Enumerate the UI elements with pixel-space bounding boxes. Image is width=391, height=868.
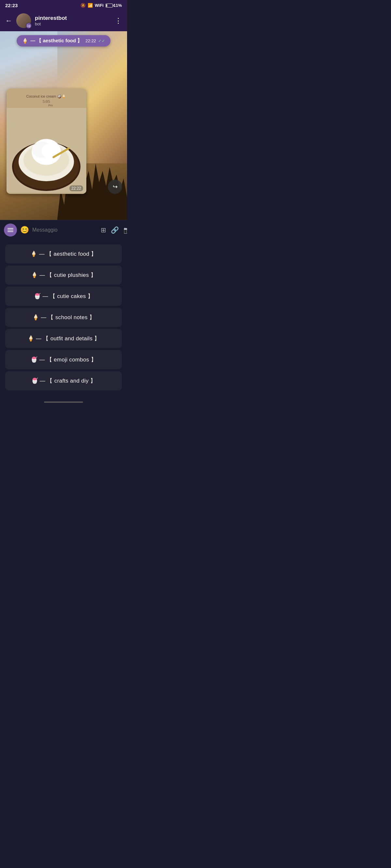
home-bar <box>44 401 83 403</box>
back-button[interactable]: ← <box>5 17 12 25</box>
coconut-svg: Coconut ice cream 🥥🍦 5:05 Pm <box>6 89 86 193</box>
menu-item-label-1: 🍦 — 【 cutie plushies 】 <box>31 271 96 279</box>
pinned-emoji: 🍦 <box>22 38 28 44</box>
input-action-icons: ⊞ 🔗 📷 <box>101 226 127 234</box>
menu-item-label-2: 🍧 — 【 cutie cakes 】 <box>34 292 93 300</box>
avatar-container: 1g <box>16 13 31 28</box>
svg-text:Pm: Pm <box>48 104 53 107</box>
chat-header: ← 1g pinterestbot bot ⋮ <box>0 10 127 31</box>
message-timestamp: 22:22 <box>69 185 83 191</box>
header-menu-button[interactable]: ⋮ <box>115 17 122 25</box>
coconut-image: Coconut ice cream 🥥🍦 5:05 Pm <box>6 89 86 194</box>
image-message: Coconut ice cream 🥥🍦 5:05 Pm <box>6 89 86 194</box>
menu-item-1[interactable]: 🍦 — 【 cutie plushies 】 <box>5 266 122 285</box>
battery-percent: 11% <box>113 3 122 8</box>
svg-rect-1 <box>6 89 86 108</box>
emoji-button[interactable]: 😊 <box>20 226 29 234</box>
share-button[interactable]: ↪ <box>108 180 122 194</box>
menu-item-4[interactable]: 🍦 — 【 outfit and details 】 <box>5 329 122 348</box>
menu-toggle-button[interactable] <box>4 223 17 237</box>
pinned-message[interactable]: 🍦 — 【 aesthetic food 】 22:22 ✓✓ <box>17 35 110 46</box>
menu-item-label-0: 🍦 — 【 aesthetic food 】 <box>30 250 96 258</box>
signal-icon: 📶 <box>88 3 93 8</box>
wifi-icon: WiFi <box>95 3 104 8</box>
home-indicator <box>0 399 127 404</box>
mute-icon: 🔕 <box>81 3 86 8</box>
menu-item-label-5: 🍧 — 【 emoji combos 】 <box>31 356 96 363</box>
apps-icon[interactable]: ⊞ <box>101 226 106 234</box>
menu-item-label-4: 🍦 — 【 outfit and details 】 <box>27 335 100 342</box>
bot-subtitle: bot <box>35 22 111 26</box>
bot-name: pinterestbot <box>35 15 111 22</box>
pinned-time: 22:22 <box>85 38 96 43</box>
pinned-message-text: — 【 aesthetic food 】 <box>30 38 82 44</box>
menu-item-5[interactable]: 🍧 — 【 emoji combos 】 <box>5 350 122 369</box>
share-icon: ↪ <box>113 183 118 190</box>
battery-fill <box>106 4 107 7</box>
header-info: pinterestbot bot <box>35 15 111 26</box>
message-input[interactable] <box>32 227 97 233</box>
attach-icon[interactable]: 🔗 <box>111 226 119 234</box>
hamburger-icon <box>7 228 13 232</box>
chat-area: 🍦 — 【 aesthetic food 】 22:22 ✓✓ Coconut … <box>0 31 127 220</box>
battery: 11% <box>106 3 122 8</box>
avatar-badge: 1g <box>26 23 32 29</box>
menu-item-2[interactable]: 🍧 — 【 cutie cakes 】 <box>5 287 122 306</box>
svg-text:5:05: 5:05 <box>43 99 50 104</box>
menu-list: 🍦 — 【 aesthetic food 】🍦 — 【 cutie plushi… <box>0 240 127 399</box>
menu-item-6[interactable]: 🍧 — 【 crafts and diy 】 <box>5 371 122 391</box>
battery-icon <box>106 4 113 7</box>
menu-item-label-6: 🍧 — 【 crafts and diy 】 <box>31 377 96 384</box>
pinned-checkmark: ✓✓ <box>98 38 105 43</box>
svg-text:Coconut ice cream 🥥🍦: Coconut ice cream 🥥🍦 <box>26 94 66 99</box>
camera-icon[interactable]: 📷 <box>123 226 127 234</box>
status-icons: 🔕 📶 WiFi 11% <box>81 3 122 8</box>
menu-item-3[interactable]: 🍦 — 【 school notes 】 <box>5 308 122 327</box>
input-bar: 😊 ⊞ 🔗 📷 <box>0 220 127 240</box>
menu-item-0[interactable]: 🍦 — 【 aesthetic food 】 <box>5 244 122 264</box>
status-bar: 22:23 🔕 📶 WiFi 11% <box>0 0 127 10</box>
menu-item-label-3: 🍦 — 【 school notes 】 <box>32 314 95 321</box>
time: 22:23 <box>5 3 18 8</box>
